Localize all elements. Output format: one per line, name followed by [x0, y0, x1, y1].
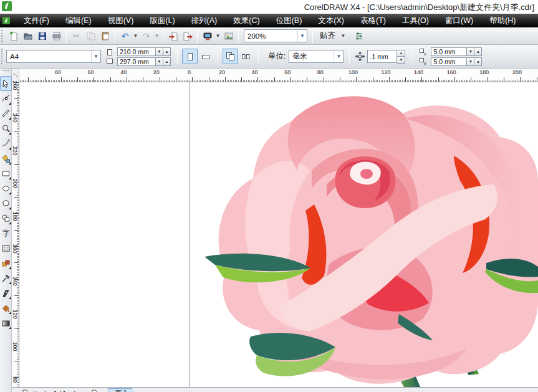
propbar-grip[interactable] [1, 49, 4, 65]
duplicate-y-down[interactable]: ▼ [467, 57, 474, 66]
eyedropper-tool[interactable] [0, 270, 12, 285]
application-launcher-button[interactable] [200, 29, 214, 43]
shape-tool[interactable] [0, 91, 12, 106]
redo-dropdown[interactable]: ▼ [153, 29, 160, 43]
ruler-label: 60 [284, 69, 291, 75]
paper-width-field[interactable]: 210.0 mm [117, 47, 156, 56]
save-button[interactable] [35, 29, 49, 43]
menu-item[interactable]: 编辑(E) [57, 14, 100, 27]
prev-page-button[interactable]: ◀ [39, 388, 49, 392]
paper-width-down[interactable]: ▼ [156, 47, 163, 56]
menu-item[interactable]: 视图(V) [100, 14, 142, 27]
menu-item[interactable]: 帮助(H) [481, 14, 524, 27]
table-tool[interactable] [0, 241, 12, 256]
import-button[interactable] [166, 29, 180, 43]
ruler-label: 120 [381, 69, 390, 75]
menu-item[interactable]: 文本(X) [310, 14, 352, 27]
next-page-button[interactable]: ▶ [71, 388, 80, 392]
portrait-button[interactable] [182, 49, 198, 64]
ruler-label: 60 [88, 69, 94, 75]
units-value: 毫米 [289, 52, 334, 61]
add-page-button[interactable] [21, 388, 30, 392]
open-button[interactable] [21, 29, 35, 43]
ruler-label: 100 [348, 69, 358, 75]
copy-button[interactable] [84, 29, 98, 43]
ellipse-tool[interactable] [0, 181, 12, 196]
duplicate-x-up[interactable]: ▲ [474, 47, 482, 56]
cut-button[interactable]: ✂ [69, 29, 84, 43]
application-launcher-dropdown[interactable]: ▼ [214, 29, 221, 43]
duplicate-y-field[interactable]: 5.0 mm [431, 57, 467, 66]
all-pages-button[interactable] [223, 49, 238, 64]
menu-item[interactable]: 工具(O) [394, 14, 437, 27]
welcome-screen-button[interactable] [221, 29, 236, 43]
toolbox-grip[interactable] [2, 70, 9, 75]
undo-dropdown[interactable]: ▼ [132, 29, 139, 43]
interactive-fill-tool[interactable] [0, 315, 12, 330]
paper-height-up[interactable]: ▲ [163, 57, 171, 66]
rectangle-tool[interactable] [0, 166, 12, 181]
menu-item[interactable]: 表格(T) [352, 14, 394, 27]
menu-item[interactable]: 文件(F) [16, 14, 57, 27]
duplicate-x-down[interactable]: ▼ [467, 47, 474, 56]
outline-tool[interactable] [0, 285, 12, 300]
nudge-offset-field[interactable]: .1 mm [367, 50, 397, 63]
ruler-label: 160 [447, 69, 456, 75]
basic-shapes-tool[interactable] [0, 211, 12, 226]
page-tab[interactable]: 页 1 [108, 388, 137, 392]
snap-to-button[interactable]: 贴齐 [315, 29, 340, 43]
blend-tool[interactable] [0, 256, 12, 270]
nudge-up[interactable]: ▲ [397, 50, 405, 57]
chevron-down-icon[interactable]: ▼ [297, 30, 307, 42]
redo-button[interactable]: ↷ [139, 29, 153, 43]
menu-item[interactable]: 窗口(W) [437, 14, 481, 27]
paste-button[interactable] [98, 29, 112, 43]
menu-bar: 文件(F)编辑(E)视图(V)版面(L)排列(A)效果(C)位图(B)文本(X)… [0, 14, 538, 27]
paper-height-field[interactable]: 297.0 mm [117, 57, 156, 66]
text-tool[interactable]: 字 [0, 226, 12, 241]
new-button[interactable] [6, 29, 21, 43]
menu-item[interactable]: 效果(C) [225, 14, 267, 27]
print-button[interactable] [49, 29, 64, 43]
page-navigation-bar: ⏮ ◀ 1 / 1 ▶ ⏭ 页 1 [12, 387, 538, 392]
smart-fill-tool[interactable] [0, 151, 12, 166]
export-button[interactable] [180, 29, 195, 43]
rose-artwork[interactable] [187, 82, 538, 387]
nudge-down[interactable]: ▼ [397, 57, 405, 64]
menu-item[interactable]: 排列(A) [183, 14, 226, 27]
units-combo[interactable]: 毫米 ▼ [289, 50, 343, 63]
ruler-label: 180 [12, 204, 18, 229]
horizontal-ruler[interactable]: 80604020020406080100120140160180200 [12, 69, 538, 82]
pick-tool[interactable] [0, 76, 12, 91]
options-button[interactable] [352, 29, 366, 43]
drawing-canvas[interactable] [19, 82, 538, 387]
menu-item[interactable]: 版面(L) [142, 14, 183, 27]
chevron-down-icon[interactable]: ▼ [334, 50, 343, 62]
last-page-button[interactable]: ⏭ [80, 388, 90, 392]
vertical-ruler[interactable]: 26024022020018016014012010080 [12, 82, 19, 387]
toolbar-grip[interactable] [1, 30, 4, 42]
paper-preset-combo[interactable]: A4 ▼ [6, 50, 101, 63]
fill-tool[interactable] [0, 300, 12, 315]
paper-height-down[interactable]: ▼ [156, 57, 163, 66]
ruler-label: 40 [252, 69, 258, 75]
undo-button[interactable]: ↶ [118, 29, 132, 43]
chevron-down-icon[interactable]: ▼ [91, 50, 100, 62]
crop-tool[interactable] [0, 106, 12, 121]
menu-item[interactable]: 位图(B) [268, 14, 310, 27]
freehand-tool[interactable] [0, 136, 12, 151]
paper-width-up[interactable]: ▲ [163, 47, 171, 56]
ruler-label: 200 [12, 171, 18, 196]
duplicate-x-field[interactable]: 5.0 mm [431, 47, 467, 56]
duplicate-y-up[interactable]: ▲ [474, 57, 482, 66]
zoom-level-combo[interactable]: 200% ▼ [244, 29, 307, 42]
add-page-button[interactable] [90, 388, 99, 392]
facing-pages-button[interactable] [238, 49, 254, 64]
landscape-button[interactable] [198, 49, 213, 64]
zoom-tool[interactable] [0, 121, 12, 136]
polygon-tool[interactable] [0, 196, 12, 211]
paper-preset-value: A4 [7, 53, 91, 60]
snap-to-dropdown[interactable]: ▼ [340, 29, 347, 43]
document-icon[interactable] [2, 16, 11, 25]
first-page-button[interactable]: ⏮ [30, 388, 39, 392]
